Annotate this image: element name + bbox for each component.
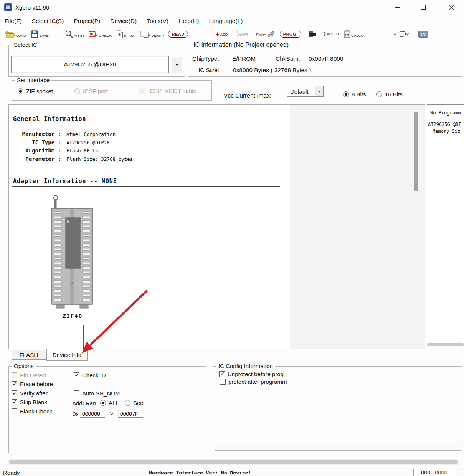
unprotect-checkbox[interactable]: Unprotect before prog: [219, 371, 284, 377]
calcu-button[interactable]: CALCU.: [344, 30, 365, 38]
pin-detect-checkbox[interactable]: Pin Detect: [12, 372, 46, 378]
maximize-button[interactable]: [417, 2, 430, 13]
menu-device[interactable]: Device(D): [110, 18, 137, 25]
blank-button[interactable]: BLANK: [116, 30, 136, 38]
radio-mark: [376, 91, 382, 97]
tv-icon: TV: [418, 31, 428, 38]
add-button[interactable]: + ADD: [216, 31, 228, 37]
auto-sn-checkbox[interactable]: Auto SN_NUM: [74, 390, 120, 397]
erase-label: Erase: [256, 33, 266, 37]
menu-project[interactable]: Project(P): [74, 18, 100, 25]
addr-all-radio[interactable]: ALL: [100, 400, 119, 406]
menu-select-ic[interactable]: Select IC(S): [32, 18, 64, 25]
triangle-down-icon: [175, 64, 179, 66]
divider: [12, 124, 280, 124]
vcc-imax-dropdown[interactable]: Default: [287, 86, 324, 97]
checkbox-mark: [12, 372, 17, 378]
ic-combo-value[interactable]: AT29C256 @DIP28: [11, 56, 169, 73]
icsp-vcc-label: ICSP_VCC Enable: [148, 88, 196, 94]
pin-detect-label: Pin Detect: [20, 372, 46, 378]
checkbox-mark: [12, 399, 17, 405]
protect-after-checkbox[interactable]: protect after programm: [220, 378, 287, 385]
status-ready: Ready: [3, 469, 20, 476]
auto-button[interactable]: A AUTO: [65, 30, 84, 38]
erase-before-checkbox[interactable]: Erase before: [12, 381, 53, 387]
skip-blank-checkbox[interactable]: Skip Blank: [12, 399, 47, 405]
statusbar: Ready Hardware Interface Ver: No Device!: [0, 468, 464, 476]
main-horizontal-scrollbar[interactable]: [8, 459, 459, 465]
logic-test-button[interactable]: A Y: [394, 30, 409, 38]
save-button[interactable]: SAVE: [31, 30, 49, 38]
list-item: AT29C256 @DI: [428, 122, 461, 127]
check-id-label: Check ID: [82, 372, 106, 378]
checkbox-mark: [12, 390, 17, 396]
listbox-horizontal-scrollbar[interactable]: [427, 343, 464, 346]
chksum-value: 0x007F 8000: [309, 55, 343, 62]
range-end-input[interactable]: [118, 410, 143, 418]
icsp-port-radio[interactable]: ICSP port: [74, 88, 108, 94]
checkbox-mark: [12, 381, 17, 387]
blank-check-checkbox[interactable]: Blank Check: [12, 408, 52, 415]
erase-button[interactable]: Erase: [256, 31, 275, 37]
field-label: IC Type :: [12, 139, 61, 147]
ic-test-button[interactable]: [307, 30, 317, 38]
ic-information-title: IC Information (No Project opened): [192, 41, 291, 48]
scrollbar-thumb[interactable]: [9, 460, 458, 464]
verify-button[interactable]: VERIFY: [140, 30, 164, 38]
tv-button[interactable]: TV: [418, 31, 428, 38]
ic-chip-icon: [307, 30, 317, 38]
bits8-radio[interactable]: 8 Bits: [343, 91, 366, 98]
verify-after-checkbox[interactable]: Verify after: [12, 390, 48, 397]
ic-config-group: IC Config Information Unprotect before p…: [213, 366, 462, 453]
open-folder-icon: [5, 30, 15, 38]
close-icon: [449, 5, 454, 10]
tab-device-info-label: Device.Info: [53, 352, 81, 358]
vcc-imax-value: Default: [287, 88, 315, 95]
tab-device-info[interactable]: Device.Info: [46, 349, 88, 361]
read-button[interactable]: READ: [168, 31, 188, 38]
icsp-port-label: ICSP port: [83, 88, 108, 94]
config-horizontal-scrollbar[interactable]: [215, 445, 461, 451]
addr-sect-radio[interactable]: Sect: [125, 400, 145, 406]
checkbox-mark: [219, 371, 225, 377]
id-check-icon: ID: [89, 30, 98, 38]
vcc-imax-label: Vcc Current Imax:: [224, 92, 271, 99]
read-oval-icon: READ: [168, 31, 188, 38]
tab-flash[interactable]: FLASH: [12, 350, 46, 360]
chksum-label: ChkSum:: [276, 55, 300, 62]
check-id-checkbox[interactable]: Check ID: [74, 372, 106, 378]
calculator-icon: [344, 30, 350, 38]
load-button[interactable]: LOAD: [5, 30, 26, 38]
range-start-input[interactable]: [80, 410, 105, 418]
menu-language[interactable]: Language(L): [209, 18, 243, 25]
minimize-icon: [395, 7, 400, 8]
ic-combo-dropdown-button[interactable]: [172, 57, 182, 73]
check-id-button[interactable]: ID CHECK: [89, 30, 112, 38]
minimize-button[interactable]: [391, 2, 404, 13]
vertical-scrollbar[interactable]: [414, 112, 418, 191]
field-value: AT29C256 @DIP28: [61, 140, 133, 145]
bits16-radio[interactable]: 16 Bits: [376, 91, 403, 98]
unprotect-label: Unprotect before prog: [228, 371, 284, 377]
hex-prefix-label: 0x: [73, 411, 79, 417]
triangle-down-icon: [318, 91, 321, 93]
list-item: No Programm: [430, 110, 461, 116]
about-button[interactable]: ? ABOUT: [323, 32, 339, 36]
field-value: Flash 8Bits: [61, 148, 133, 154]
close-button[interactable]: [445, 2, 458, 13]
zif-socket-radio[interactable]: ZIF socket: [18, 88, 53, 94]
menu-tools[interactable]: Tools(V): [147, 18, 168, 25]
icsp-vcc-checkbox[interactable]: ICSP_VCC Enable: [139, 88, 196, 94]
select-ic-group: Select IC AT29C256 @DIP28: [8, 45, 185, 77]
ram-button[interactable]: RAM: [237, 31, 249, 37]
svg-text:A: A: [67, 32, 70, 36]
ic-size-value: 0x8000 Bytes ( 32768 Bytes ): [233, 67, 311, 74]
dropdown-button[interactable]: [315, 86, 323, 96]
set-interface-title: Set Interface: [15, 77, 51, 83]
menu-help[interactable]: Help(H): [178, 18, 199, 25]
divider: [12, 186, 280, 187]
prog-button[interactable]: PROG.: [280, 31, 301, 38]
programmer-status-list[interactable]: No Programm AT29C256 @DI Memory Siz: [427, 104, 464, 341]
verify-label: VERIFY: [151, 34, 164, 38]
menu-file[interactable]: File(F): [5, 18, 22, 25]
